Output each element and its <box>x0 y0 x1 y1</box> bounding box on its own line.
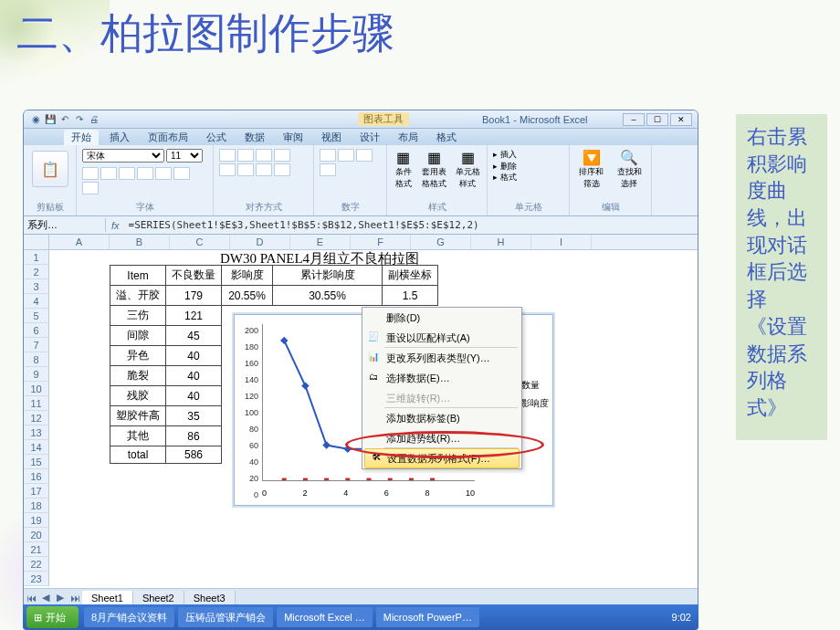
ribbon-tab-格式[interactable]: 格式 <box>429 130 464 145</box>
column-header[interactable]: E <box>290 235 351 249</box>
close-button[interactable]: ✕ <box>670 113 692 126</box>
svg-rect-15 <box>430 478 435 480</box>
ribbon-tab-公式[interactable]: 公式 <box>199 130 234 145</box>
row-header[interactable]: 8 <box>24 352 49 367</box>
font-size-select[interactable]: 11 <box>166 149 203 163</box>
context-menu-item[interactable]: 🗂选择数据(E)… <box>362 368 521 388</box>
ribbon-tab-开始[interactable]: 开始 <box>64 130 99 145</box>
slide-title: 二、柏拉图制作步骤 <box>16 5 394 62</box>
delete-button[interactable]: ▸ 删除 <box>493 161 563 173</box>
taskbar-clock: 9:02 <box>665 612 698 623</box>
column-header[interactable]: H <box>471 235 531 249</box>
column-header[interactable]: A <box>49 235 110 249</box>
column-headers: ABCDEFGHI <box>24 235 698 250</box>
row-header[interactable]: 12 <box>24 411 49 425</box>
row-header[interactable]: 5 <box>24 309 49 323</box>
chart-y-ticks: 200180160140120100806040200 <box>238 322 258 503</box>
taskbar-task[interactable]: Microsoft PowerP… <box>376 607 479 627</box>
ribbon-tab-视图[interactable]: 视图 <box>314 130 349 145</box>
row-header[interactable]: 1 <box>24 250 49 265</box>
taskbar-task[interactable]: Microsoft Excel … <box>277 607 373 627</box>
menu-item-icon <box>367 392 380 404</box>
column-header[interactable]: I <box>531 235 592 249</box>
row-header[interactable]: 14 <box>24 440 49 455</box>
context-menu-item[interactable]: 添加数据标签(B) <box>362 408 521 428</box>
svg-rect-14 <box>409 478 414 480</box>
sheet-tab-1[interactable]: Sheet1 <box>82 591 133 605</box>
row-header[interactable]: 20 <box>24 528 49 542</box>
taskbar-task[interactable]: 压铸品管课产销会 <box>178 607 273 627</box>
svg-rect-8 <box>282 478 287 480</box>
find-select-button[interactable]: 查找和选择 <box>617 167 642 188</box>
row-header[interactable]: 7 <box>24 338 49 352</box>
row-header[interactable]: 16 <box>24 469 49 484</box>
menu-item-label: 更改系列图表类型(Y)… <box>386 352 490 365</box>
row-header[interactable]: 13 <box>24 425 49 440</box>
maximize-button[interactable]: ☐ <box>646 113 668 126</box>
sheet-nav-first[interactable]: ⏮ <box>24 593 38 604</box>
ribbon-tab-设计[interactable]: 设计 <box>352 130 387 145</box>
row-header[interactable]: 19 <box>24 513 49 528</box>
row-header[interactable]: 23 <box>24 572 49 586</box>
row-header[interactable]: 9 <box>24 367 49 382</box>
qat-save-icon[interactable]: 💾 <box>44 113 57 126</box>
worksheet-grid[interactable]: 1234567891011121314151617181920212223 DW… <box>24 250 698 588</box>
sort-filter-button[interactable]: 排序和筛选 <box>579 167 604 188</box>
insert-button[interactable]: ▸ 插入 <box>493 149 563 161</box>
cond-format-button[interactable]: 条件格式 <box>395 167 412 188</box>
ribbon-group-number: 数字 <box>320 199 381 214</box>
sheet-nav-next[interactable]: ▶ <box>53 592 68 604</box>
ribbon-tab-插入[interactable]: 插入 <box>102 130 137 145</box>
row-header[interactable]: 21 <box>24 542 49 557</box>
select-all-corner[interactable] <box>24 235 49 249</box>
sheet-nav-last[interactable]: ⏭ <box>68 593 82 604</box>
ribbon-tab-布局[interactable]: 布局 <box>391 130 425 145</box>
row-header[interactable]: 17 <box>24 484 49 499</box>
qat-print-icon[interactable]: 🖨 <box>88 113 100 126</box>
row-header[interactable]: 4 <box>24 294 49 309</box>
column-header[interactable]: F <box>351 235 411 249</box>
column-header[interactable]: G <box>411 235 471 249</box>
office-button-icon[interactable]: ◉ <box>29 113 42 126</box>
ribbon-group-editing: 编辑 <box>575 199 646 214</box>
column-header[interactable]: B <box>110 235 170 249</box>
row-header[interactable]: 18 <box>24 499 49 513</box>
qat-redo-icon[interactable]: ↷ <box>73 113 86 126</box>
sheet-nav-prev[interactable]: ◀ <box>38 592 53 604</box>
row-header[interactable]: 2 <box>24 265 49 279</box>
row-header[interactable]: 15 <box>24 455 49 469</box>
start-label: 开始 <box>46 611 66 625</box>
table-format-button[interactable]: 套用表格格式 <box>422 167 446 188</box>
table-row: 溢、开胶17920.55%30.55%1.5 <box>110 286 438 306</box>
column-header[interactable]: C <box>170 235 230 249</box>
qat-undo-icon[interactable]: ↶ <box>58 113 71 126</box>
name-box[interactable]: 系列… <box>24 218 106 232</box>
format-button[interactable]: ▸ 格式 <box>493 172 563 184</box>
paste-button[interactable]: 📋 <box>32 151 68 187</box>
font-family-select[interactable]: 宋体 <box>82 149 164 163</box>
sheet-tab-2[interactable]: Sheet2 <box>133 591 184 605</box>
sheet-tab-3[interactable]: Sheet3 <box>184 591 236 605</box>
row-header[interactable]: 3 <box>24 279 49 294</box>
ribbon-tab-审阅[interactable]: 审阅 <box>276 130 310 145</box>
taskbar-task[interactable]: 8月产销会议资料 <box>84 607 174 627</box>
menu-item-icon: 📊 <box>367 352 380 364</box>
window-title: Book1 - Microsoft Excel <box>482 114 588 125</box>
minimize-button[interactable]: – <box>623 113 645 126</box>
fx-icon[interactable]: fx <box>106 220 125 231</box>
row-header[interactable]: 11 <box>24 396 49 411</box>
cell-style-button[interactable]: 单元格样式 <box>456 167 480 188</box>
context-menu-item[interactable]: 📊更改系列图表类型(Y)… <box>362 348 521 368</box>
start-button[interactable]: ⊞ 开始 <box>26 606 79 628</box>
formula-input[interactable]: =SERIES(Sheet1!$E$3,Sheet1!$B$5:$B$12,Sh… <box>125 219 698 231</box>
context-menu-item[interactable]: 🧾重设以匹配样式(A) <box>362 328 521 348</box>
row-header[interactable]: 6 <box>24 323 49 338</box>
context-menu-item[interactable]: 删除(D) <box>362 308 521 328</box>
ribbon-tab-页面布局[interactable]: 页面布局 <box>141 130 195 145</box>
ribbon-tab-数据[interactable]: 数据 <box>237 130 272 145</box>
svg-rect-11 <box>345 478 350 480</box>
column-header[interactable]: D <box>230 235 290 249</box>
row-header[interactable]: 22 <box>24 557 49 572</box>
row-header[interactable]: 10 <box>24 382 49 396</box>
sheet-tabs-bar: ⏮ ◀ ▶ ⏭ Sheet1 Sheet2 Sheet3 <box>24 588 698 606</box>
